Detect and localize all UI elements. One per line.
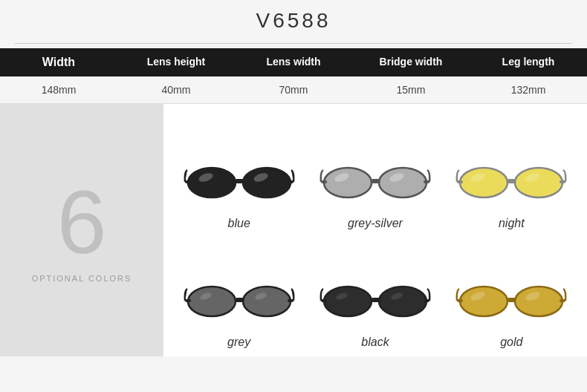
color-label-blue: blue <box>228 217 250 230</box>
svg-point-6 <box>243 168 291 197</box>
color-label-gold: gold <box>500 336 522 349</box>
color-item-night[interactable]: night <box>447 119 576 230</box>
spec-header-width: Width <box>0 48 117 76</box>
color-grid: blue grey-silver <box>163 104 587 356</box>
bottom-section: 6 OPTIONAL COLORS blue <box>0 104 587 356</box>
color-label-night: night <box>499 217 525 230</box>
spec-header-lens-height: Lens height <box>117 48 235 76</box>
spec-val-lens-height: 40mm <box>117 76 235 103</box>
glasses-night-icon <box>455 157 567 212</box>
color-label-grey: grey <box>227 336 250 349</box>
color-label-grey-silver: grey-silver <box>348 217 403 230</box>
colors-sidebar: 6 OPTIONAL COLORS <box>0 104 163 356</box>
glasses-gold-icon <box>455 275 567 331</box>
color-label-black: black <box>361 336 389 349</box>
spec-header-bridge-width: Bridge width <box>352 48 470 76</box>
spec-header-leg-length: Leg length <box>470 48 587 76</box>
color-item-blue[interactable]: blue <box>175 119 303 230</box>
spec-header-lens-width: Lens width <box>235 48 352 76</box>
glasses-grey-icon <box>184 275 295 331</box>
color-item-gold[interactable]: gold <box>447 238 576 349</box>
glasses-black-icon <box>320 275 431 331</box>
spec-val-bridge-width: 15mm <box>352 76 470 103</box>
spec-val-leg-length: 132mm <box>470 76 587 103</box>
glasses-grey-silver-icon <box>320 157 431 212</box>
specs-values: 148mm 40mm 70mm 15mm 132mm <box>0 76 587 104</box>
svg-point-5 <box>188 168 236 197</box>
color-item-black[interactable]: black <box>311 238 439 349</box>
color-item-grey[interactable]: grey <box>175 238 303 349</box>
spec-val-lens-width: 70mm <box>235 76 352 103</box>
title-divider <box>15 43 572 44</box>
spec-val-width: 148mm <box>0 76 117 103</box>
title-section: V6588 <box>0 0 587 39</box>
glasses-blue-icon <box>184 157 295 212</box>
product-title: V6588 <box>0 9 587 33</box>
color-item-grey-silver[interactable]: grey-silver <box>311 119 439 230</box>
optional-colors-label: OPTIONAL COLORS <box>32 274 132 283</box>
specs-header: Width Lens height Lens width Bridge widt… <box>0 48 587 76</box>
color-count: 6 <box>57 177 107 267</box>
